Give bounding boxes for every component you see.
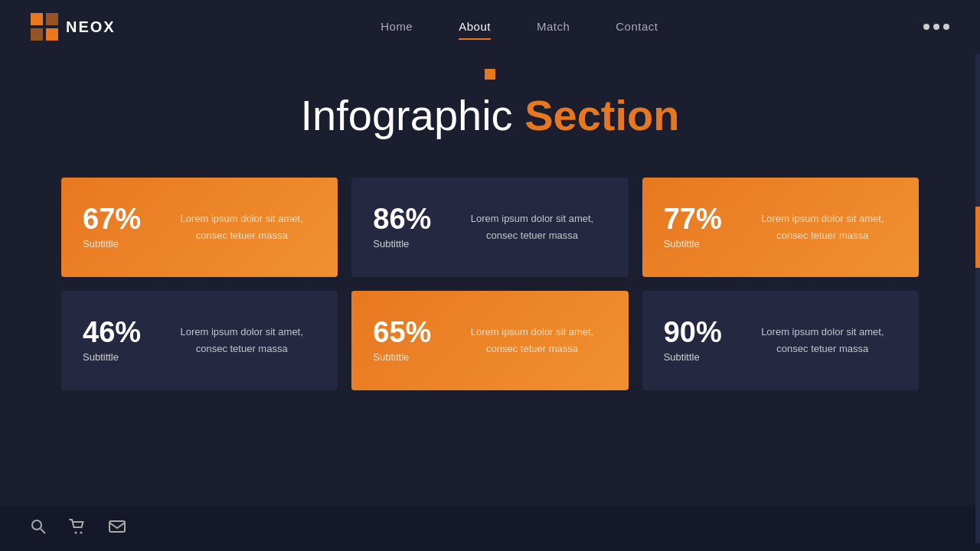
bottom-bar [0, 505, 980, 551]
card-4: 46%SubtittleLorem ipsum dolor sit amet, … [61, 291, 338, 390]
nav-dots [923, 24, 949, 30]
card-desc-3: Lorem ipsum dolor sit amet, consec tetue… [748, 210, 897, 244]
card-percent-6: 90% [664, 318, 733, 347]
nav-menu: Home About Match Contact [381, 20, 658, 34]
svg-rect-3 [46, 28, 58, 41]
card-subtitle-6: Subtittle [664, 351, 733, 363]
card-desc-2: Lorem ipsum dolor sit amet, consec tetue… [457, 210, 606, 244]
card-desc-5: Lorem ipsum dolor sit amet, consec tetue… [457, 324, 606, 357]
nav-item-match[interactable]: Match [537, 20, 570, 34]
card-desc-4: Lorem ipsum dolor sit amet, consec tetue… [167, 324, 316, 357]
svg-line-5 [41, 529, 45, 533]
card-6: 90%SubtittleLorem ipsum dolor sit amet, … [642, 291, 919, 390]
card-subtitle-1: Subtittle [83, 238, 152, 249]
svg-point-7 [80, 531, 83, 533]
svg-rect-2 [31, 28, 43, 41]
hero-title-highlight: Section [524, 91, 679, 139]
svg-rect-1 [46, 13, 58, 25]
logo: NEOX [31, 13, 116, 41]
card-subtitle-5: Subtittle [373, 351, 442, 363]
card-subtitle-2: Subtittle [373, 238, 442, 249]
card-stat-4: 46%Subtittle [83, 318, 152, 363]
card-stat-2: 86%Subtittle [373, 204, 442, 249]
hero-accent-square [485, 69, 495, 80]
card-percent-4: 46% [83, 318, 152, 347]
card-desc-1: Lorem ipsum dolor sit amet, consec tetue… [167, 210, 316, 244]
card-stat-6: 90%Subtittle [664, 318, 733, 363]
nav-item-about[interactable]: About [459, 20, 491, 34]
nav-dot-2 [933, 24, 939, 30]
card-stat-1: 67%Subtittle [83, 204, 152, 249]
scrollbar [975, 54, 980, 543]
svg-point-4 [32, 520, 41, 530]
card-percent-1: 67% [83, 204, 152, 233]
logo-text: NEOX [66, 18, 116, 36]
card-percent-2: 86% [373, 204, 442, 233]
cart-icon[interactable] [69, 519, 86, 538]
nav-item-contact[interactable]: Contact [616, 20, 658, 34]
card-desc-6: Lorem ipsum dolor sit amet, consec tetue… [748, 324, 897, 357]
nav-link-contact[interactable]: Contact [616, 20, 658, 33]
nav-link-match[interactable]: Match [537, 20, 570, 33]
nav-dot-3 [943, 24, 949, 30]
scrollbar-thumb[interactable] [975, 207, 980, 268]
card-stat-3: 77%Subtittle [664, 204, 733, 249]
nav-link-about[interactable]: About [459, 20, 491, 33]
hero-title: Infographic Section [0, 92, 980, 139]
search-icon[interactable] [31, 519, 46, 538]
card-1: 67%SubtittleLorem ipsum dolor sit amet, … [61, 178, 338, 277]
nav-link-home[interactable]: Home [381, 20, 413, 33]
card-5: 65%SubtittleLorem ipsum dolor sit amet, … [351, 291, 628, 390]
card-subtitle-4: Subtittle [83, 351, 152, 363]
card-2: 86%SubtittleLorem ipsum dolor sit amet, … [351, 178, 628, 277]
card-stat-5: 65%Subtittle [373, 318, 442, 363]
hero-title-plain: Infographic [301, 91, 525, 139]
hero-section: Infographic Section [0, 54, 980, 162]
svg-point-6 [75, 531, 77, 533]
nav-item-home[interactable]: Home [381, 20, 413, 34]
cards-grid: 67%SubtittleLorem ipsum dolor sit amet, … [0, 162, 980, 406]
svg-rect-0 [31, 13, 43, 25]
card-percent-3: 77% [664, 204, 733, 233]
navbar: NEOX Home About Match Contact [0, 0, 980, 54]
nav-dot-1 [923, 24, 929, 30]
card-3: 77%SubtittleLorem ipsum dolor sit amet, … [642, 178, 919, 277]
mail-icon[interactable] [109, 520, 126, 536]
logo-icon [31, 13, 58, 41]
card-percent-5: 65% [373, 318, 442, 347]
svg-rect-8 [109, 521, 125, 532]
card-subtitle-3: Subtittle [664, 238, 733, 249]
